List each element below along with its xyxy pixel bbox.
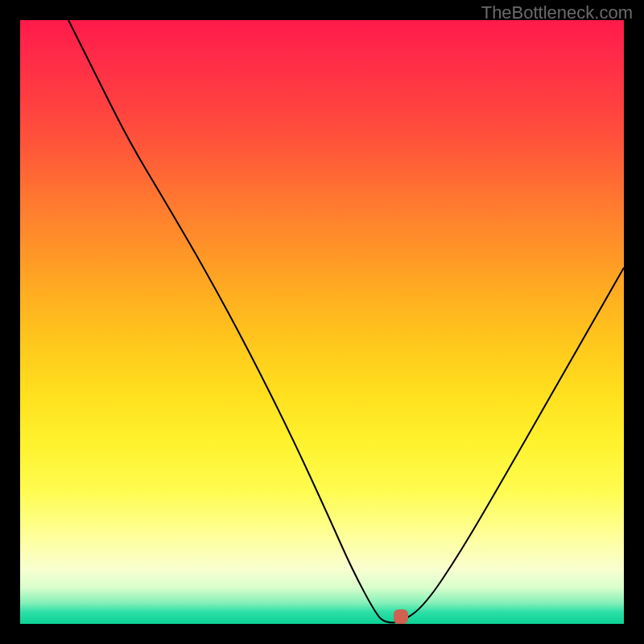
- plot-area: [20, 20, 624, 624]
- curve-svg: [20, 20, 624, 624]
- optimum-marker: [394, 609, 408, 624]
- attribution-text: TheBottleneck.com: [481, 2, 633, 23]
- bottleneck-curve-path: [68, 20, 624, 623]
